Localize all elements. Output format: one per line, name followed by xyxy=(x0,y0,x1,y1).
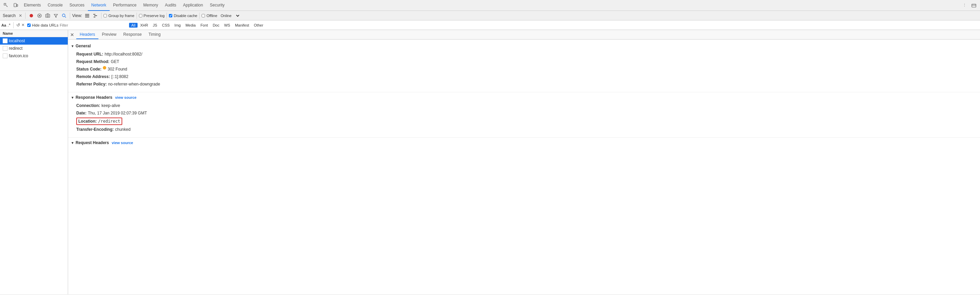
connection-row: Connection: keep-alive xyxy=(76,102,975,109)
details-tab-bar: ✕ Headers Preview Response Timing xyxy=(68,30,980,40)
general-section-body: Request URL: http://localhost:8082/ Requ… xyxy=(68,50,980,91)
clear-button[interactable] xyxy=(36,12,43,19)
filter-input[interactable] xyxy=(60,23,128,27)
request-headers-section-header[interactable]: ▼ Request Headers view source xyxy=(68,139,980,147)
general-section-header[interactable]: ▼ General xyxy=(68,42,980,50)
preserve-log-checkbox[interactable]: Preserve log xyxy=(139,14,165,18)
devtools-tab-bar: Elements Console Sources Network Perform… xyxy=(0,0,980,11)
record-button[interactable] xyxy=(28,12,35,19)
screenshot-button[interactable] xyxy=(44,12,51,19)
toolbar-divider-1 xyxy=(25,13,25,19)
filter-row: Aa .* ↺ ✕ Hide data URLs All XHR JS CSS … xyxy=(0,21,980,30)
toolbar-divider-2 xyxy=(70,13,70,19)
request-headers-title: Request Headers xyxy=(76,140,109,145)
date-row: Date: Thu, 17 Jan 2019 02:07:39 GMT xyxy=(76,109,975,117)
headers-content: ▼ General Request URL: http://localhost:… xyxy=(68,40,980,149)
toolbar-divider-4 xyxy=(137,13,137,19)
response-headers-title: Response Headers xyxy=(76,95,112,100)
throttle-select[interactable]: Online Fast 3G Slow 3G Offline xyxy=(219,13,240,18)
filter-clear-icon[interactable]: ✕ xyxy=(21,23,24,27)
tab-audits[interactable]: Audits xyxy=(161,0,180,11)
tab-memory[interactable]: Memory xyxy=(140,0,161,11)
date-label: Date: xyxy=(76,110,86,116)
filter-tag-media[interactable]: Media xyxy=(183,23,198,27)
tab-console[interactable]: Console xyxy=(44,0,66,11)
list-item-favicon[interactable]: favicon.ico xyxy=(0,52,68,60)
response-headers-arrow-icon: ▼ xyxy=(71,96,74,99)
filter-tag-css[interactable]: CSS xyxy=(160,23,172,27)
file-name-redirect: redirect xyxy=(9,46,22,51)
response-headers-view-source[interactable]: view source xyxy=(115,96,137,99)
remote-address-value: [::1]:8082 xyxy=(111,73,128,80)
file-icon-favicon xyxy=(3,54,8,58)
filter-tag-ws[interactable]: WS xyxy=(222,23,232,27)
filter-tag-manifest[interactable]: Manifest xyxy=(233,23,251,27)
detail-tab-timing[interactable]: Timing xyxy=(145,30,164,39)
referrer-policy-row: Referrer Policy: no-referrer-when-downgr… xyxy=(76,80,975,88)
tab-application[interactable]: Application xyxy=(180,0,207,11)
status-code-value: 302 Found xyxy=(108,66,127,72)
tab-elements[interactable]: Elements xyxy=(21,0,44,11)
disable-cache-checkbox[interactable]: Disable cache xyxy=(169,14,197,18)
request-url-row: Request URL: http://localhost:8082/ xyxy=(76,50,975,58)
referrer-policy-value: no-referrer-when-downgrade xyxy=(108,81,160,87)
view-label: View: xyxy=(72,13,82,18)
status-code-row: Status Code: 302 Found xyxy=(76,65,975,73)
device-toolbar-icon[interactable] xyxy=(11,1,21,10)
detail-tab-response[interactable]: Response xyxy=(120,30,145,39)
hide-data-urls-checkbox[interactable]: Hide data URLs xyxy=(27,23,59,27)
filter-refresh-icon[interactable]: ↺ xyxy=(16,22,20,27)
svg-point-8 xyxy=(62,14,65,17)
svg-rect-1 xyxy=(14,3,16,7)
regex-toggle[interactable]: .* xyxy=(8,22,11,27)
detail-tab-preview[interactable]: Preview xyxy=(99,30,120,39)
tab-security[interactable]: Security xyxy=(206,0,228,11)
connection-label: Connection: xyxy=(76,102,100,108)
svg-rect-10 xyxy=(85,15,89,16)
tab-sources[interactable]: Sources xyxy=(66,0,88,11)
svg-rect-0 xyxy=(4,3,6,5)
filter-tag-all[interactable]: All xyxy=(129,23,137,27)
transfer-encoding-value: chunked xyxy=(115,126,130,132)
network-toolbar: Search ✕ View: xyxy=(0,11,980,21)
list-item-redirect[interactable]: redirect xyxy=(0,45,68,52)
response-headers-body: Connection: keep-alive Date: Thu, 17 Jan… xyxy=(68,101,980,136)
location-highlighted: Location: /redirect xyxy=(76,118,122,125)
toolbar-divider-6 xyxy=(199,13,200,19)
filter-tag-xhr[interactable]: XHR xyxy=(138,23,150,27)
request-headers-view-source[interactable]: view source xyxy=(112,141,133,145)
request-method-row: Request Method: GET xyxy=(76,58,975,65)
svg-rect-14 xyxy=(94,17,95,18)
location-value: /redirect xyxy=(98,118,120,124)
search-icon[interactable] xyxy=(60,12,68,19)
filter-tag-img[interactable]: Img xyxy=(172,23,183,27)
search-close-icon[interactable]: ✕ xyxy=(18,13,23,18)
file-name-localhost: localhost xyxy=(9,38,25,43)
close-details-icon[interactable]: ✕ xyxy=(68,32,76,37)
offline-checkbox[interactable]: Offline xyxy=(202,14,217,18)
inspect-icon[interactable] xyxy=(2,1,11,10)
svg-rect-13 xyxy=(94,15,97,16)
undock-icon[interactable] xyxy=(969,1,978,10)
waterfall-icon[interactable] xyxy=(92,12,99,19)
remote-address-row: Remote Address: [::1]:8082 xyxy=(76,73,975,80)
svg-rect-3 xyxy=(972,4,976,7)
list-view-icon[interactable] xyxy=(83,12,91,19)
filter-tag-js[interactable]: JS xyxy=(151,23,159,27)
tab-network[interactable]: Network xyxy=(88,0,110,11)
date-value: Thu, 17 Jan 2019 02:07:39 GMT xyxy=(88,110,147,116)
group-by-frame-checkbox[interactable]: Group by frame xyxy=(103,14,134,18)
filter-tag-other[interactable]: Other xyxy=(252,23,266,27)
filter-button[interactable] xyxy=(52,12,60,19)
general-arrow-icon: ▼ xyxy=(71,44,74,48)
more-tabs-icon[interactable]: ⋮ xyxy=(959,1,969,10)
transfer-encoding-row: Transfer-Encoding: chunked xyxy=(76,126,975,133)
list-item-localhost[interactable]: localhost xyxy=(0,37,68,45)
filter-tag-doc[interactable]: Doc xyxy=(211,23,222,27)
text-filter-toggle[interactable]: Aa xyxy=(2,23,6,27)
detail-tab-headers[interactable]: Headers xyxy=(76,30,99,39)
tab-performance[interactable]: Performance xyxy=(110,0,140,11)
svg-rect-11 xyxy=(85,17,89,18)
response-headers-section-header[interactable]: ▼ Response Headers view source xyxy=(68,94,980,101)
filter-tag-font[interactable]: Font xyxy=(199,23,210,27)
